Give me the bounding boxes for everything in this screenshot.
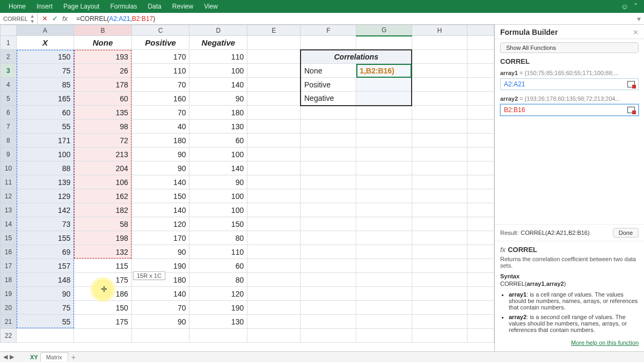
cell[interactable]: 70 [131,106,189,120]
cell[interactable] [467,50,494,64]
cell[interactable] [467,92,494,106]
cell[interactable]: 75 [16,64,74,78]
cell[interactable] [189,329,247,343]
cell[interactable]: 60 [189,259,247,273]
row-header[interactable]: 10 [1,161,17,175]
cell[interactable]: 170 [131,231,189,245]
cell[interactable] [247,175,301,189]
cell[interactable]: 198 [74,231,132,245]
cell[interactable]: 70 [131,301,189,315]
cell[interactable]: 213 [74,147,132,161]
cell[interactable]: 98 [74,120,132,134]
cell[interactable]: 115 [74,259,132,273]
cell[interactable] [356,134,412,147]
cell[interactable]: Negative [189,36,247,50]
cell[interactable] [301,245,356,259]
cell[interactable] [247,161,301,175]
cell[interactable] [467,231,494,245]
cell[interactable] [301,189,356,203]
cell[interactable]: 170 [131,50,189,64]
cell[interactable] [74,329,132,343]
cell[interactable]: 72 [74,134,132,147]
cell[interactable]: 150 [16,50,74,64]
arg1-input[interactable]: A2:A21 [500,78,639,90]
cell[interactable]: 55 [16,120,74,134]
cell[interactable] [467,203,494,217]
cell[interactable] [356,245,412,259]
cell[interactable] [247,78,301,92]
arg2-input[interactable]: B2:B16 [500,104,639,116]
cell[interactable] [301,106,356,120]
cell[interactable]: 139 [16,175,74,189]
row-header[interactable]: 7 [1,120,17,134]
cell[interactable]: 140 [131,287,189,301]
ribbon-tab-home[interactable]: Home [3,0,31,13]
ribbon-tab-insert[interactable]: Insert [31,0,58,13]
cell[interactable]: 55 [16,315,74,329]
cell[interactable] [301,329,356,343]
cell[interactable] [412,147,467,161]
cell[interactable]: 100 [189,189,247,203]
cell[interactable]: 60 [74,92,132,106]
cell[interactable]: 100 [189,203,247,217]
expand-formula-icon[interactable]: ▾ [634,14,644,23]
cell[interactable]: 193 [74,50,132,64]
cell[interactable]: 140 [131,175,189,189]
cell[interactable] [467,161,494,175]
cell[interactable]: 73 [16,217,74,231]
spreadsheet[interactable]: A B C D E F G H 1 X None Positive Negati… [0,25,495,351]
cell[interactable]: 90 [189,175,247,189]
cell[interactable] [467,78,494,92]
cell[interactable]: 150 [131,189,189,203]
cell[interactable] [247,120,301,134]
cell[interactable]: 155 [16,231,74,245]
row-header[interactable]: 12 [1,189,17,203]
cell[interactable]: 90 [131,161,189,175]
col-header-blank[interactable] [467,25,494,36]
cell[interactable] [301,175,356,189]
cell[interactable] [467,64,494,78]
range-select-icon[interactable] [627,107,635,113]
cell[interactable]: None [74,36,132,50]
cell[interactable] [412,175,467,189]
cell[interactable]: 120 [189,287,247,301]
cell[interactable]: 90 [131,245,189,259]
cell[interactable] [301,301,356,315]
ribbon-tab-view[interactable]: View [199,0,223,13]
sheet-tab[interactable]: Matrix [40,352,68,361]
cell[interactable] [356,329,412,343]
cell[interactable] [356,147,412,161]
cell[interactable] [412,259,467,273]
cell[interactable]: 140 [189,161,247,175]
cell[interactable]: 130 [189,315,247,329]
cell[interactable]: 130 [189,120,247,134]
cell[interactable] [467,245,494,259]
cell[interactable] [301,287,356,301]
cell[interactable]: 204 [74,161,132,175]
cell[interactable] [467,301,494,315]
cell[interactable] [356,301,412,315]
cell[interactable] [412,161,467,175]
cell[interactable]: 157 [16,259,74,273]
cell[interactable] [467,134,494,147]
row-header[interactable]: 22 [1,329,17,343]
range-select-icon[interactable] [627,81,635,87]
formula-input[interactable]: =CORREL(A2:A21,B2:B17) [75,15,634,23]
cell[interactable] [247,189,301,203]
fx-icon[interactable]: fx [62,14,68,23]
cell[interactable]: 175 [74,315,132,329]
row-header[interactable]: 6 [1,106,17,120]
cell[interactable] [467,329,494,343]
cell[interactable] [247,329,301,343]
cell[interactable] [247,106,301,120]
cell[interactable]: Positive [131,36,189,50]
cell[interactable] [356,78,412,92]
cell[interactable] [301,161,356,175]
cell[interactable]: 75 [16,301,74,315]
cell[interactable]: 40 [131,120,189,134]
cell[interactable]: 80 [189,273,247,287]
cell[interactable] [412,189,467,203]
cell[interactable]: 58 [74,217,132,231]
cancel-icon[interactable]: ✕ [42,14,48,23]
cell[interactable]: 88 [16,161,74,175]
